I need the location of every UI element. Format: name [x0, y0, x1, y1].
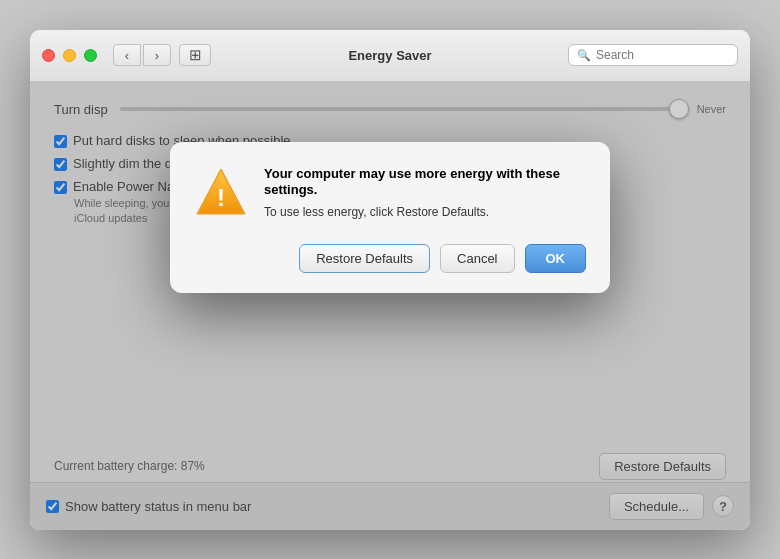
search-icon: 🔍: [577, 49, 591, 62]
search-input[interactable]: [596, 48, 729, 62]
dialog-cancel-button[interactable]: Cancel: [440, 244, 514, 273]
grid-icon: ⊞: [189, 46, 202, 64]
search-bar[interactable]: 🔍: [568, 44, 738, 66]
dialog-buttons: Restore Defaults Cancel OK: [194, 244, 586, 273]
warning-icon: !: [194, 166, 248, 220]
dialog-text-area: Your computer may use more energy with t…: [264, 166, 586, 220]
dialog-title: Your computer may use more energy with t…: [264, 166, 586, 200]
minimize-button[interactable]: [63, 49, 76, 62]
grid-button[interactable]: ⊞: [179, 44, 211, 66]
dialog-subtitle: To use less energy, click Restore Defaul…: [264, 205, 586, 219]
forward-button[interactable]: ›: [143, 44, 171, 66]
alert-dialog: ! Your computer may use more energy with…: [170, 142, 610, 293]
close-button[interactable]: [42, 49, 55, 62]
main-window: ‹ › ⊞ Energy Saver 🔍 Turn disp Never: [30, 30, 750, 530]
nav-buttons: ‹ ›: [113, 44, 171, 66]
chevron-left-icon: ‹: [125, 48, 129, 63]
svg-text:!: !: [217, 184, 225, 211]
maximize-button[interactable]: [84, 49, 97, 62]
window-title: Energy Saver: [348, 48, 431, 63]
main-content: Turn disp Never Put hard disks to sleep …: [30, 82, 750, 530]
back-button[interactable]: ‹: [113, 44, 141, 66]
dialog-top: ! Your computer may use more energy with…: [194, 166, 586, 220]
traffic-lights: [42, 49, 97, 62]
dialog-overlay: ! Your computer may use more energy with…: [30, 82, 750, 530]
chevron-right-icon: ›: [155, 48, 159, 63]
dialog-restore-button[interactable]: Restore Defaults: [299, 244, 430, 273]
dialog-ok-button[interactable]: OK: [525, 244, 587, 273]
titlebar: ‹ › ⊞ Energy Saver 🔍: [30, 30, 750, 82]
